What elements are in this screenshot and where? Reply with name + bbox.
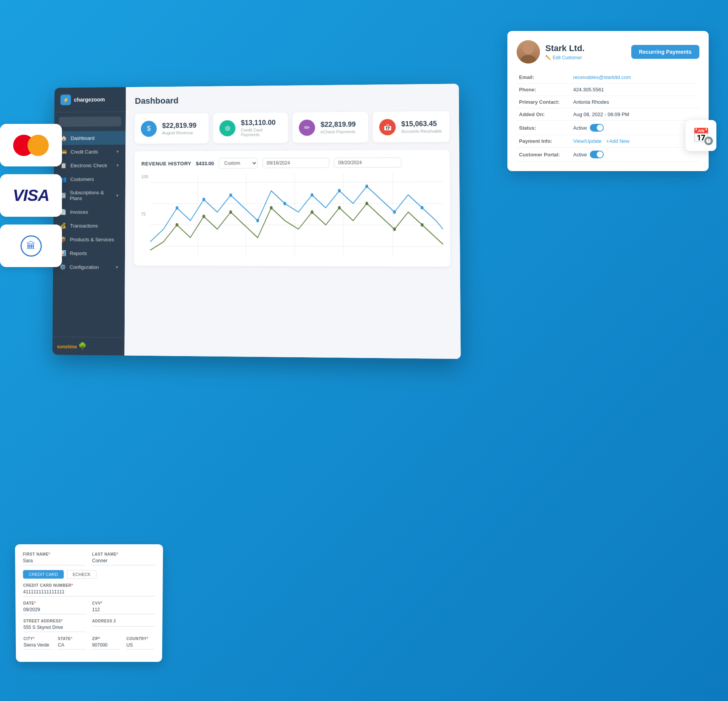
edit-customer-link[interactable]: ✏️ Edit Customer [545, 55, 584, 60]
sidebar-label-subscriptions: Subscriptions & Plans [70, 190, 111, 201]
revenue-header: REVENUE HISTORY $433.00 Custom This Mont… [141, 157, 442, 169]
street-value: 555 S Skynot Drive [23, 625, 86, 632]
svg-point-19 [176, 223, 178, 227]
phone-field-label: Phone: [517, 84, 571, 96]
sidebar-item-invoices[interactable]: 📄 Invoices [53, 205, 125, 219]
dashboard-window: ⚡ chargezoom 🏠 Dashboard 💳 Credit Cards … [52, 84, 461, 359]
logo-icon: ⚡ [60, 94, 71, 105]
portal-toggle[interactable] [590, 151, 604, 158]
svg-line-7 [343, 173, 344, 255]
svg-point-15 [338, 189, 341, 192]
added-value: Aug 08, 2022 - 06:09 PM [571, 108, 699, 121]
required-star: * [49, 552, 50, 556]
stat-card-ar: 📅 $15,063.45 Accounts Receivable [373, 111, 449, 142]
stat-card-cc: ⊜ $13,110.00 Credit Card Payments [213, 112, 288, 143]
date-to-input[interactable] [334, 158, 402, 168]
tab-credit-card[interactable]: CREDIT CARD [23, 570, 63, 579]
sidebar-item-credit-cards[interactable]: 💳 Credit Cards ▼ [54, 145, 126, 159]
svg-point-12 [256, 219, 259, 223]
sidebar-item-configuration[interactable]: ⚙️ Configuration ▼ [53, 260, 125, 274]
bank-logo-card: 🏛 [0, 225, 62, 267]
svg-point-18 [421, 206, 423, 209]
card-number-row: CREDIT CARD NUMBER* 4111111111111111 [23, 583, 155, 596]
state-value: CA [58, 642, 86, 650]
country-field: COUNTRY* US [126, 637, 154, 650]
phone-value: 424.305.5561 [571, 84, 699, 96]
sidebar-item-dashboard[interactable]: 🏠 Dashboard [54, 131, 126, 145]
revenue-section: REVENUE HISTORY $433.00 Custom This Mont… [134, 150, 451, 267]
customer-name: Stark Ltd. [545, 43, 584, 53]
sidebar-item-transactions[interactable]: 💰 Transactions [53, 219, 125, 233]
cc-amount: $13,110.00 [241, 118, 282, 127]
sidebar-item-subscriptions[interactable]: 🔄 Subscriptions & Plans ▼ [54, 186, 125, 205]
first-name-label: FIRST NAME* [23, 552, 86, 556]
main-content: Dashboard $ $22,819.99 August Revenue ⊜ … [125, 84, 461, 359]
sidebar-item-customers[interactable]: 👥 Customers [54, 172, 125, 186]
stat-card-echeck: ✏ $22,819.99 eCheck Payments [293, 112, 368, 143]
status-text: Active [573, 125, 587, 131]
cvv-value: 112 [92, 607, 155, 614]
portal-field-label: Customer Portal: [517, 147, 571, 162]
logo-text: chargezoom [74, 96, 105, 103]
svg-point-23 [311, 210, 313, 214]
status-field-label: Status: [517, 121, 571, 135]
sidebar-label-products: Products & Services [70, 237, 114, 242]
echeck-label: eCheck Payments [320, 129, 356, 134]
date-cvv-row: DATE* 09/2029 CVV* 112 [23, 601, 155, 614]
sidebar-search-container[interactable] [54, 112, 126, 131]
city-field: CITY* Sierra Verde [24, 637, 52, 650]
page-title: Dashboard [135, 93, 449, 106]
brand-logo: sunshine [57, 344, 78, 350]
status-active-container: Active [573, 124, 697, 132]
date-from-input[interactable] [262, 158, 329, 168]
date-field: DATE* 09/2029 [23, 601, 86, 614]
mastercard-logo [0, 124, 62, 166]
revenue-chart [150, 173, 443, 260]
tree-icon: 🌳 [78, 342, 87, 350]
street-field: STREET ADDRESS* 555 S Skynot Drive [23, 619, 86, 632]
table-row-portal: Customer Portal: Active [517, 147, 699, 162]
svg-point-21 [230, 211, 232, 214]
table-row-added: Added On: Aug 08, 2022 - 06:09 PM [517, 108, 699, 121]
sidebar-label-transactions: Transactions [70, 223, 98, 228]
mastercard-circles [13, 135, 49, 156]
customer-name-block: Stark Ltd. ✏️ Edit Customer [545, 43, 584, 60]
search-input[interactable] [59, 117, 121, 127]
city-value: Sierra Verde [24, 642, 52, 650]
zip-value: 907000 [92, 642, 120, 650]
add-new-link[interactable]: +Add New [606, 138, 629, 144]
recurring-payments-button[interactable]: Recurring Payments [631, 45, 699, 59]
zip-field: ZIP* 907000 [92, 637, 120, 650]
sidebar-logo: ⚡ chargezoom [54, 87, 126, 112]
table-row-phone: Phone: 424.305.5561 [517, 84, 699, 96]
view-update-link[interactable]: View/Update [573, 138, 601, 144]
filter-select[interactable]: Custom This Month Last Month [219, 158, 258, 168]
sidebar: ⚡ chargezoom 🏠 Dashboard 💳 Credit Cards … [52, 87, 126, 355]
svg-point-29 [521, 55, 536, 63]
cvv-field: CVV* 112 [92, 601, 155, 614]
revenue-info: $22,819.99 August Revenue [162, 122, 197, 135]
clock-badge: 🕐 [704, 137, 713, 145]
sidebar-label-dashboard: Dashboard [70, 135, 94, 141]
svg-line-0 [151, 182, 443, 183]
email-value[interactable]: receivables@starkltd.com [573, 74, 631, 80]
svg-point-14 [311, 193, 313, 197]
revenue-label: August Revenue [162, 130, 197, 135]
customer-popup: Stark Ltd. ✏️ Edit Customer Recurring Pa… [507, 31, 709, 171]
sidebar-item-reports[interactable]: 📊 Reports [53, 246, 125, 260]
sidebar-label-configuration: Configuration [70, 264, 99, 270]
tab-echeck[interactable]: ECHECK [67, 570, 96, 579]
table-row-contact: Primary Contact: Antonia Rhodes [517, 96, 699, 108]
status-toggle[interactable] [590, 124, 604, 132]
name-row: FIRST NAME* Sara LAST NAME* Conner [23, 552, 155, 565]
sidebar-item-products[interactable]: 📦 Products & Services [53, 233, 125, 247]
y-label-75: 75 [141, 212, 148, 216]
svg-point-10 [202, 198, 205, 201]
city-state-row: CITY* Sierra Verde STATE* CA ZIP* 907000… [24, 637, 155, 650]
svg-point-30 [523, 43, 534, 54]
svg-point-26 [393, 228, 396, 231]
chevron-down-icon-3: ▼ [115, 193, 119, 197]
revenue-total: $433.00 [196, 160, 214, 166]
visa-logo-card: VISA [0, 174, 62, 217]
sidebar-item-electronic-check[interactable]: 📋 Electronic Check ▼ [54, 158, 125, 172]
